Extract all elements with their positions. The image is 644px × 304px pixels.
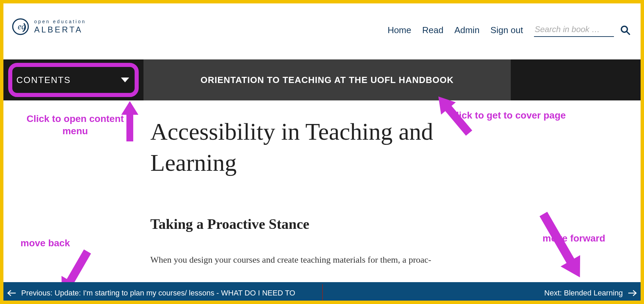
chevron-down-icon <box>121 78 129 82</box>
logo-text-small: open education <box>34 19 86 24</box>
prev-button[interactable]: Previous: Update: I'm starting to plan m… <box>7 289 295 298</box>
chapter-bar: CONTENTS ORIENTATION TO TEACHING AT THE … <box>3 59 641 100</box>
arrow-left-icon <box>7 290 16 296</box>
arrow-down-right-icon <box>526 207 598 286</box>
chapter-bar-spacer <box>511 59 641 100</box>
contents-button[interactable]: CONTENTS <box>3 59 143 100</box>
svg-text:ea: ea <box>18 22 26 31</box>
main-content: Accessibility in Teaching and Learning T… <box>150 116 444 267</box>
next-label: Next: Blended Learning <box>544 289 623 298</box>
nav-read[interactable]: Read <box>422 25 443 36</box>
page-title: Accessibility in Teaching and Learning <box>150 116 444 178</box>
annotation-contents: Click to open content menu <box>24 113 126 138</box>
annotation-forward: move forward <box>543 232 605 245</box>
arrow-right-icon <box>628 290 637 296</box>
next-button[interactable]: Next: Blended Learning <box>544 289 637 298</box>
logo-text-big: ALBERTA <box>34 25 86 34</box>
site-logo[interactable]: ea open education ALBERTA <box>12 18 86 36</box>
annotation-cover: click to get to cover page <box>451 109 566 122</box>
contents-label: CONTENTS <box>16 75 71 85</box>
nav-sign-out[interactable]: Sign out <box>491 25 523 36</box>
top-nav: Home Read Admin Sign out <box>387 23 630 37</box>
svg-line-3 <box>627 31 630 34</box>
search-input[interactable] <box>534 23 614 37</box>
search-wrap <box>534 23 630 37</box>
site-header: ea open education ALBERTA Home Read Admi… <box>3 3 641 58</box>
annotation-back: move back <box>20 237 70 249</box>
search-icon[interactable] <box>620 25 630 35</box>
handbook-title: ORIENTATION TO TEACHING AT THE UOFL HAND… <box>201 75 454 85</box>
bottom-nav: Previous: Update: I'm starting to plan m… <box>0 282 644 304</box>
handbook-title-link[interactable]: ORIENTATION TO TEACHING AT THE UOFL HAND… <box>143 59 511 100</box>
logo-icon: ea <box>12 18 29 36</box>
section-heading: Taking a Proactive Stance <box>150 216 444 232</box>
prev-label: Previous: Update: I'm starting to plan m… <box>21 289 295 298</box>
svg-marker-7 <box>534 208 590 283</box>
nav-admin[interactable]: Admin <box>454 25 480 36</box>
body-paragraph: When you design your courses and create … <box>150 253 444 267</box>
nav-home[interactable]: Home <box>387 25 411 36</box>
bottom-divider <box>322 284 323 302</box>
